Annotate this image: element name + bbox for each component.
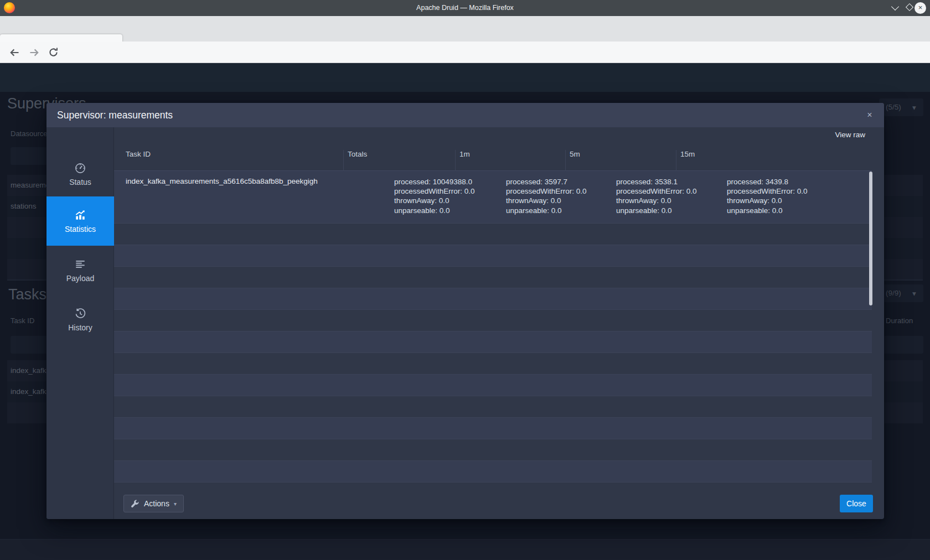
view-raw-link[interactable]: View raw <box>835 131 865 139</box>
align-left-icon <box>74 258 86 271</box>
1m-cell: processed: 3597.7 processedWithError: 0.… <box>506 177 587 215</box>
column-header-5m: 5m <box>570 150 580 158</box>
firefox-logo-icon <box>4 2 15 13</box>
chart-icon <box>74 209 86 221</box>
screen: Apache Druid — Mozilla Firefox × Apache … <box>0 0 930 560</box>
tab-status[interactable]: Status <box>46 152 114 196</box>
actions-label: Actions <box>144 499 169 508</box>
tab-strip: Apache Druid × + <box>0 16 930 42</box>
tab-label: Statistics <box>65 225 96 234</box>
supervisor-dialog: Supervisor: measurements × Status Statis… <box>46 103 884 519</box>
forward-button[interactable] <box>29 47 40 58</box>
tab-label: Payload <box>66 274 95 283</box>
table-row: index_kafka_measurements_a5616c5ba8afb8b… <box>114 171 872 224</box>
chevron-down-icon: ▾ <box>174 501 177 507</box>
totals-cell: processed: 10049388.0 processedWithError… <box>394 177 475 215</box>
close-button[interactable]: Close <box>840 495 873 512</box>
5m-cell: processed: 3538.1 processedWithError: 0.… <box>616 177 697 215</box>
15m-cell: processed: 3439.8 processedWithError: 0.… <box>727 177 808 215</box>
dialog-title: Supervisor: measurements <box>57 103 173 127</box>
task-id-cell: index_kafka_measurements_a5616c5ba8afb8b… <box>126 177 318 185</box>
dialog-close-icon[interactable]: × <box>863 108 876 122</box>
table-empty-rows <box>114 224 872 487</box>
window-title: Apache Druid — Mozilla Firefox <box>0 0 930 16</box>
column-header-1m: 1m <box>459 150 470 158</box>
back-button[interactable] <box>9 47 20 58</box>
window-maximize-button[interactable] <box>903 2 916 14</box>
history-clock-icon <box>74 308 86 320</box>
reload-button[interactable] <box>48 47 59 58</box>
maximize-diamond-icon <box>906 3 913 11</box>
tab-payload[interactable]: Payload <box>46 246 114 295</box>
tab-label: Status <box>69 178 91 186</box>
dialog-side-menu: Status Statistics Payload History <box>46 127 114 519</box>
gauge-icon <box>74 162 86 174</box>
column-header-totals: Totals <box>348 150 367 158</box>
tab-history[interactable]: History <box>46 295 114 344</box>
druid-navbar: druid Load data Ingestion Datasources Se… <box>0 63 930 92</box>
actions-button[interactable]: Actions ▾ <box>123 495 184 512</box>
dialog-header: Supervisor: measurements × <box>46 103 884 127</box>
table-scrollbar[interactable] <box>869 172 872 305</box>
minimize-chevron-icon <box>891 3 899 11</box>
window-close-button[interactable]: × <box>914 2 926 14</box>
column-header-15m: 15m <box>680 150 695 158</box>
tab-label: History <box>68 323 92 332</box>
window-minimize-button[interactable] <box>889 2 901 14</box>
navigation-toolbar: 172.18.0.4:30899/unified-console.html#in… <box>0 42 930 63</box>
wrench-icon <box>131 499 140 508</box>
tab-statistics[interactable]: Statistics <box>46 196 114 246</box>
window-titlebar: Apache Druid — Mozilla Firefox × <box>0 0 930 16</box>
column-header-task-id: Task ID <box>126 150 151 158</box>
